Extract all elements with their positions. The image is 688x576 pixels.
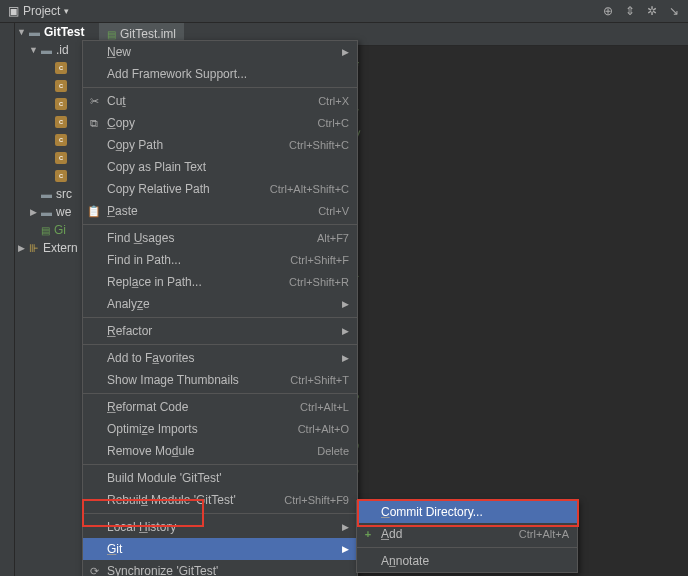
menu-remove-module[interactable]: Remove ModuleDelete bbox=[83, 440, 357, 462]
collapse-icon[interactable]: ⇕ bbox=[620, 1, 640, 21]
submenu-add[interactable]: +AddCtrl+Alt+A bbox=[357, 523, 577, 545]
java-file-icon: c bbox=[55, 80, 67, 92]
tool-window-bar bbox=[0, 23, 15, 576]
tree-root[interactable]: GitTest bbox=[44, 25, 84, 39]
menu-synchronize[interactable]: ⟳Synchronize 'GitTest' bbox=[83, 560, 357, 576]
hide-icon[interactable]: ↘ bbox=[664, 1, 684, 21]
menu-rebuild-module[interactable]: Rebuild Module 'GitTest'Ctrl+Shift+F9 bbox=[83, 489, 357, 511]
tab-label: GitTest.iml bbox=[120, 27, 176, 41]
folder-icon: ▣ bbox=[8, 4, 19, 18]
tree-iml[interactable]: Gi bbox=[54, 223, 66, 237]
java-file-icon: c bbox=[55, 62, 67, 74]
tree-src[interactable]: src bbox=[56, 187, 72, 201]
tree-extern[interactable]: Extern bbox=[43, 241, 78, 255]
menu-add-framework[interactable]: Add Framework Support... bbox=[83, 63, 357, 85]
menu-find-usages[interactable]: Find UsagesAlt+F7 bbox=[83, 227, 357, 249]
java-file-icon: c bbox=[55, 152, 67, 164]
menu-copy-path[interactable]: Copy PathCtrl+Shift+C bbox=[83, 134, 357, 156]
submenu-commit-directory[interactable]: Commit Directory... bbox=[357, 501, 577, 523]
panel-title-text: Project bbox=[23, 4, 60, 18]
library-icon: ⊪ bbox=[29, 242, 39, 255]
sync-icon: ⟳ bbox=[83, 565, 105, 577]
menu-copy-relative[interactable]: Copy Relative PathCtrl+Alt+Shift+C bbox=[83, 178, 357, 200]
menu-paste[interactable]: 📋PasteCtrl+V bbox=[83, 200, 357, 222]
menu-analyze[interactable]: Analyze▶ bbox=[83, 293, 357, 315]
menu-local-history[interactable]: Local History▶ bbox=[83, 516, 357, 538]
plus-icon: + bbox=[357, 528, 379, 540]
java-file-icon: c bbox=[55, 170, 67, 182]
menu-optimize-imports[interactable]: Optimize ImportsCtrl+Alt+O bbox=[83, 418, 357, 440]
menu-build-module[interactable]: Build Module 'GitTest' bbox=[83, 467, 357, 489]
menu-add-favorites[interactable]: Add to Favorites▶ bbox=[83, 347, 357, 369]
java-file-icon: c bbox=[55, 98, 67, 110]
menu-show-thumbnails[interactable]: Show Image ThumbnailsCtrl+Shift+T bbox=[83, 369, 357, 391]
menu-git[interactable]: Git▶ bbox=[83, 538, 357, 560]
project-panel-header: ▣ Project ▾ ⊕ ⇕ ✲ ↘ bbox=[0, 0, 688, 23]
submenu-annotate[interactable]: Annotate bbox=[357, 550, 577, 572]
file-icon: ▤ bbox=[107, 29, 116, 40]
menu-copy[interactable]: ⧉CopyCtrl+C bbox=[83, 112, 357, 134]
menu-copy-plain[interactable]: Copy as Plain Text bbox=[83, 156, 357, 178]
tree-idea[interactable]: .id bbox=[56, 43, 69, 57]
menu-refactor[interactable]: Refactor▶ bbox=[83, 320, 357, 342]
folder-icon: ▬ bbox=[41, 44, 52, 56]
menu-cut[interactable]: ✂CutCtrl+X bbox=[83, 90, 357, 112]
module-icon: ▬ bbox=[29, 26, 40, 38]
iml-file-icon: ▤ bbox=[41, 225, 50, 236]
java-file-icon: c bbox=[55, 116, 67, 128]
gear-icon[interactable]: ✲ bbox=[642, 1, 662, 21]
menu-find-in-path[interactable]: Find in Path...Ctrl+Shift+F bbox=[83, 249, 357, 271]
folder-icon: ▬ bbox=[41, 188, 52, 200]
chevron-down-icon: ▾ bbox=[64, 6, 69, 16]
tree-web[interactable]: we bbox=[56, 205, 71, 219]
git-submenu: Commit Directory... +AddCtrl+Alt+A Annot… bbox=[356, 500, 578, 573]
paste-icon: 📋 bbox=[83, 205, 105, 218]
target-icon[interactable]: ⊕ bbox=[598, 1, 618, 21]
context-menu: New▶ Add Framework Support... ✂CutCtrl+X… bbox=[82, 40, 358, 576]
copy-icon: ⧉ bbox=[83, 117, 105, 130]
folder-icon: ▬ bbox=[41, 206, 52, 218]
panel-title[interactable]: ▣ Project ▾ bbox=[0, 4, 77, 18]
menu-replace-in-path[interactable]: Replace in Path...Ctrl+Shift+R bbox=[83, 271, 357, 293]
java-file-icon: c bbox=[55, 134, 67, 146]
menu-new[interactable]: New▶ bbox=[83, 41, 357, 63]
menu-reformat[interactable]: Reformat CodeCtrl+Alt+L bbox=[83, 396, 357, 418]
cut-icon: ✂ bbox=[83, 95, 105, 108]
